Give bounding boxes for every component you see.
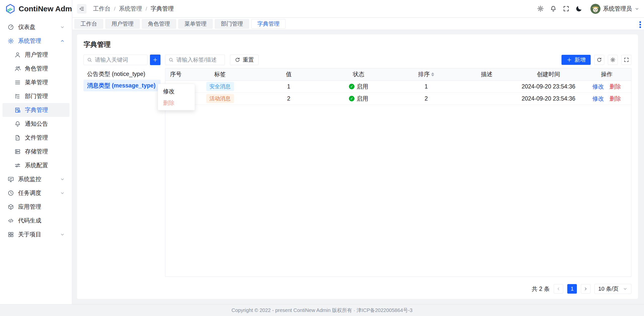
search-icon <box>87 57 92 63</box>
grid-icon <box>8 231 14 238</box>
cell-status: ✓ 启用 <box>324 80 394 93</box>
page-size-value: 10 条/页 <box>598 285 619 293</box>
user-icon <box>14 52 21 58</box>
logo-row[interactable]: ContiNew Admin <box>0 0 72 18</box>
column-settings-button[interactable] <box>608 55 618 65</box>
menu-icon <box>14 79 21 86</box>
total-count: 共 2 条 <box>532 285 550 293</box>
tab-dept-management[interactable]: 部门管理 <box>215 19 249 29</box>
dict-type-list: 公告类型 (notice_type) 消息类型 (message_type) <box>84 68 160 91</box>
sidebar-item-task-schedule[interactable]: 任务调度 <box>3 186 69 200</box>
dashboard-icon <box>8 24 14 30</box>
chevron-left-icon <box>556 286 561 291</box>
sidebar-item-label: 系统管理 <box>18 37 41 45</box>
sidebar-item-code-generation[interactable]: 代码生成 <box>3 214 69 228</box>
edit-link[interactable]: 修改 <box>592 95 604 102</box>
delete-link[interactable]: 删除 <box>610 83 621 90</box>
tab-label: 字典管理 <box>257 20 279 28</box>
refresh-icon <box>235 57 240 63</box>
settings-button[interactable] <box>537 5 544 12</box>
tab-more-menu-icon[interactable] <box>639 21 641 28</box>
dict-type-label: 消息类型 (message_type) <box>87 82 155 89</box>
context-menu: 修改 删除 <box>158 84 195 110</box>
breadcrumb-separator: / <box>114 6 115 12</box>
item-search-input[interactable] <box>176 57 222 63</box>
cell-sort: 1 <box>393 80 459 93</box>
sidebar-item-about-project[interactable]: 关于项目 <box>3 228 69 241</box>
reset-button[interactable]: 重置 <box>230 55 259 65</box>
breadcrumb: 工作台 / 系统管理 / 字典管理 <box>93 5 174 13</box>
add-dict-button[interactable] <box>150 55 160 65</box>
page-size-select[interactable]: 10 条/页 <box>594 284 631 294</box>
dict-type-label: 公告类型 (notice_type) <box>87 70 145 78</box>
sort-control[interactable]: 排序 <box>418 70 434 78</box>
dark-mode-toggle[interactable] <box>576 5 582 12</box>
next-page-button[interactable] <box>581 284 590 294</box>
column-header-status: 状态 <box>324 68 394 80</box>
avatar-image <box>590 4 600 14</box>
sidebar-item-label: 应用管理 <box>18 203 41 211</box>
dict-type-item-message[interactable]: 消息类型 (message_type) <box>84 80 160 91</box>
sidebar-item-role-management[interactable]: 角色管理 <box>3 62 69 75</box>
gear-icon <box>8 38 14 44</box>
prev-page-button[interactable] <box>554 284 563 294</box>
sidebar-item-file-management[interactable]: 文件管理 <box>3 131 69 145</box>
fullscreen-button[interactable] <box>563 5 570 12</box>
cell-created-at: 2024-09-20 23:54:36 <box>515 93 582 105</box>
sidebar-item-system-config[interactable]: 系统配置 <box>3 158 69 172</box>
reset-button-label: 重置 <box>243 56 254 64</box>
edit-link[interactable]: 修改 <box>592 83 604 90</box>
sidebar-item-storage-management[interactable]: 存储管理 <box>3 145 69 158</box>
sidebar-item-label: 通知公告 <box>25 120 48 128</box>
add-button[interactable]: 新增 <box>561 55 591 65</box>
dict-management-card: 字典管理 <box>77 34 638 299</box>
dict-item-table: 序号 标签 值 状态 排序 描述 <box>165 68 631 277</box>
dict-search-input[interactable] <box>95 57 144 63</box>
sidebar-item-label: 字典管理 <box>25 106 48 114</box>
sidebar-item-system-management[interactable]: 系统管理 <box>3 34 69 48</box>
page-number-button[interactable]: 1 <box>567 284 577 294</box>
plus-icon <box>152 57 158 63</box>
sidebar-item-label: 代码生成 <box>18 217 41 224</box>
user-menu[interactable]: 系统管理员 <box>590 4 639 14</box>
tab-dict-management[interactable]: 字典管理 <box>251 19 286 29</box>
notifications-button[interactable] <box>550 5 557 12</box>
sidebar-item-dept-management[interactable]: 部门管理 <box>3 89 69 103</box>
delete-link[interactable]: 删除 <box>610 95 621 102</box>
sliders-icon <box>14 162 21 169</box>
dict-search-box <box>84 55 147 65</box>
chevron-down-icon <box>60 191 65 196</box>
tab-user-management[interactable]: 用户管理 <box>105 19 140 29</box>
sidebar-item-system-monitor[interactable]: 系统监控 <box>3 172 69 186</box>
check-circle-icon: ✓ <box>349 84 354 89</box>
sidebar-item-dashboard[interactable]: 仪表盘 <box>3 20 69 34</box>
breadcrumb-item[interactable]: 工作台 <box>93 5 110 13</box>
tab-workbench[interactable]: 工作台 <box>74 19 103 29</box>
dict-type-item-notice[interactable]: 公告类型 (notice_type) <box>84 68 160 80</box>
item-search-toolbar: 重置 <box>165 55 259 65</box>
sidebar-item-notice[interactable]: 通知公告 <box>3 117 69 131</box>
chevron-down-icon <box>60 177 65 182</box>
sidebar-item-user-management[interactable]: 用户管理 <box>3 48 69 62</box>
sidebar-item-label: 角色管理 <box>25 65 48 72</box>
breadcrumb-item-current: 字典管理 <box>151 5 174 13</box>
search-icon <box>168 57 174 63</box>
sidebar-collapse-button[interactable] <box>77 4 87 14</box>
sidebar-item-menu-management[interactable]: 菜单管理 <box>3 75 69 89</box>
tab-menu-management[interactable]: 菜单管理 <box>178 19 213 29</box>
context-menu-edit[interactable]: 修改 <box>158 85 195 97</box>
refresh-table-button[interactable] <box>594 55 604 65</box>
chevron-right-icon <box>583 286 588 291</box>
tab-role-management[interactable]: 角色管理 <box>142 19 176 29</box>
check-circle-icon: ✓ <box>349 96 354 101</box>
tab-label: 工作台 <box>80 20 97 28</box>
sidebar-item-label: 存储管理 <box>25 148 48 155</box>
breadcrumb-item[interactable]: 系统管理 <box>119 5 142 13</box>
sidebar-item-app-management[interactable]: 应用管理 <box>3 200 69 214</box>
table-fullscreen-button[interactable] <box>621 55 631 65</box>
cell-description <box>459 93 515 105</box>
code-icon <box>8 217 14 224</box>
sidebar-item-dict-management[interactable]: 字典管理 <box>3 103 69 117</box>
context-menu-delete[interactable]: 删除 <box>158 97 195 109</box>
clock-icon <box>8 190 14 196</box>
